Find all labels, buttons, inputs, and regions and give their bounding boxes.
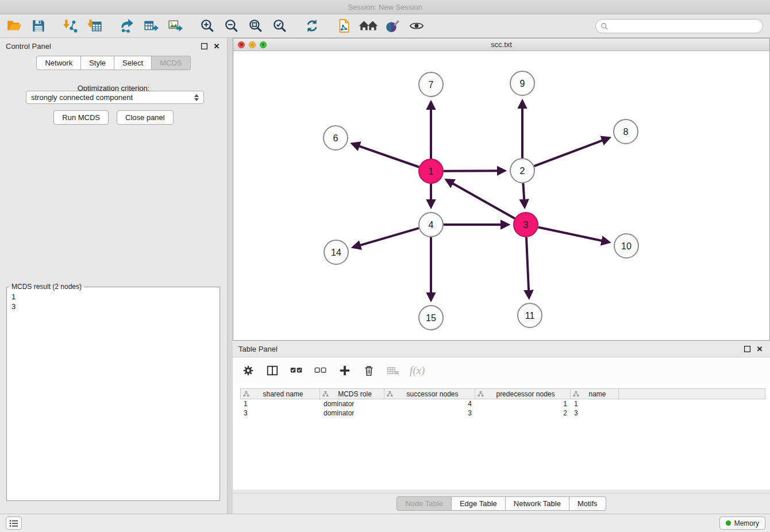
zoom-out-icon[interactable] xyxy=(222,16,241,36)
export-network-icon[interactable] xyxy=(117,16,137,36)
open-folder-icon[interactable] xyxy=(5,16,24,36)
table-cell[interactable]: 3 xyxy=(384,408,475,418)
main-toolbar xyxy=(0,14,770,38)
memory-label: Memory xyxy=(734,519,759,527)
graph-node-14[interactable] xyxy=(324,240,348,264)
table-cell[interactable]: 4 xyxy=(384,399,475,408)
table-row-1[interactable]: 3dominator323 xyxy=(240,408,765,418)
graph-node-2[interactable] xyxy=(510,159,534,183)
graph-node-7[interactable] xyxy=(419,72,443,97)
run-mcds-button[interactable]: Run MCDS xyxy=(53,110,109,125)
save-icon[interactable] xyxy=(29,16,48,36)
refresh-icon[interactable] xyxy=(302,16,322,36)
column-sort-icon xyxy=(573,391,579,399)
table-row-0[interactable]: 1dominator411 xyxy=(240,399,765,408)
column-header-shared-name[interactable]: shared name xyxy=(240,388,320,399)
graph-node-11[interactable] xyxy=(518,303,542,327)
graph-node-3[interactable] xyxy=(514,213,538,237)
graph-edge-4-14[interactable] xyxy=(354,228,419,247)
close-table-panel-icon[interactable]: ✕ xyxy=(755,344,764,353)
table-cell[interactable]: 1 xyxy=(475,399,571,408)
column-sort-icon xyxy=(243,391,249,399)
graph-node-8[interactable] xyxy=(614,119,638,144)
graph-edge-3-1[interactable] xyxy=(447,180,515,218)
graph-node-9[interactable] xyxy=(510,71,534,95)
maximize-window-icon[interactable]: + xyxy=(260,41,267,48)
search-field[interactable] xyxy=(595,19,763,33)
tab-motifs[interactable]: Motifs xyxy=(569,496,606,511)
column-sort-icon xyxy=(322,391,329,399)
mcds-result-box: MCDS result (2 nodes) 1 3 xyxy=(6,283,220,501)
window-title: Session: New Session xyxy=(348,3,422,11)
apply-style-icon[interactable] xyxy=(383,16,402,36)
table-cell[interactable]: 1 xyxy=(571,399,619,408)
deselect-all-icon[interactable] xyxy=(313,364,328,377)
table-toolbar: f(x) xyxy=(233,357,770,383)
network-window-titlebar[interactable]: ✕ − + scc.txt xyxy=(233,38,769,51)
criterion-select[interactable]: strongly connected component xyxy=(26,91,204,104)
minimize-window-icon[interactable]: − xyxy=(249,41,256,48)
column-sort-icon xyxy=(387,391,393,399)
export-image-icon[interactable] xyxy=(165,16,185,36)
float-panel-icon[interactable] xyxy=(199,41,209,51)
tab-mcds[interactable]: MCDS xyxy=(152,56,190,70)
table-cell[interactable]: 2 xyxy=(475,408,571,418)
column-header-mcds-role[interactable]: MCDS role xyxy=(320,388,384,399)
graph-edge-3-10[interactable] xyxy=(538,228,609,242)
close-panel-icon[interactable]: ✕ xyxy=(212,41,221,51)
trash-icon[interactable] xyxy=(361,364,376,377)
search-input[interactable] xyxy=(609,21,763,32)
close-panel-button[interactable]: Close panel xyxy=(117,110,174,125)
search-icon xyxy=(600,22,609,30)
zoom-in-icon[interactable] xyxy=(198,16,217,36)
graph-edge-2-3[interactable] xyxy=(523,183,525,206)
ndex-home-icon[interactable] xyxy=(359,16,378,36)
tab-select[interactable]: Select xyxy=(114,56,152,70)
table-cell[interactable]: 3 xyxy=(240,408,320,418)
show-columns-icon[interactable] xyxy=(265,364,280,377)
column-header-predecessor-nodes[interactable]: predecessor nodes xyxy=(475,388,571,399)
table-cell[interactable]: dominator xyxy=(320,408,384,418)
zoom-fit-icon[interactable] xyxy=(246,16,265,36)
tab-edge-table[interactable]: Edge Table xyxy=(452,496,506,511)
gear-icon[interactable] xyxy=(241,364,256,377)
tab-node-table[interactable]: Node Table xyxy=(396,496,452,511)
float-table-panel-icon[interactable] xyxy=(742,344,752,353)
graph-edge-3-11[interactable] xyxy=(526,237,529,297)
eye-icon[interactable] xyxy=(407,16,426,36)
table-cell[interactable]: 1 xyxy=(240,399,320,408)
graph-node-4[interactable] xyxy=(419,213,443,237)
zoom-selected-icon[interactable] xyxy=(270,16,290,36)
graph-node-15[interactable] xyxy=(419,306,443,330)
graph-node-6[interactable] xyxy=(324,126,348,150)
close-window-icon[interactable]: ✕ xyxy=(238,41,245,48)
mcds-result-title: MCDS result (2 nodes) xyxy=(9,283,84,291)
copy-network-image-icon[interactable] xyxy=(334,16,354,36)
import-table-icon[interactable] xyxy=(85,16,105,36)
tab-style[interactable]: Style xyxy=(81,56,114,70)
tab-network[interactable]: Network xyxy=(36,56,81,70)
network-window-title: scc.txt xyxy=(233,40,769,49)
graph-node-10[interactable] xyxy=(614,234,638,258)
memory-button[interactable]: Memory xyxy=(719,516,765,530)
export-table-icon[interactable] xyxy=(141,16,161,36)
column-header-name[interactable]: name xyxy=(571,388,619,399)
column-header-filler xyxy=(619,388,765,399)
table-cell[interactable]: dominator xyxy=(320,399,384,408)
add-row-icon[interactable] xyxy=(337,364,352,377)
mcds-result-text[interactable]: 1 3 xyxy=(7,291,220,313)
task-history-button[interactable] xyxy=(6,516,22,530)
column-sort-icon xyxy=(478,391,484,399)
graph-node-1[interactable] xyxy=(419,159,443,183)
network-graph[interactable]: 7968124314101511 xyxy=(233,51,769,340)
table-cell[interactable]: 3 xyxy=(571,408,619,418)
column-header-successor-nodes[interactable]: successor nodes xyxy=(384,388,475,399)
graph-edge-1-2[interactable] xyxy=(444,171,504,171)
tab-network-table[interactable]: Network Table xyxy=(506,496,569,511)
import-network-icon[interactable] xyxy=(61,16,80,36)
table-body: 1dominator4113dominator323 xyxy=(240,399,765,418)
select-all-icon[interactable] xyxy=(289,364,304,377)
graph-edge-1-6[interactable] xyxy=(353,144,419,167)
graph-edge-2-8[interactable] xyxy=(534,138,609,166)
table-panel-header: Table Panel ✕ xyxy=(233,341,770,357)
